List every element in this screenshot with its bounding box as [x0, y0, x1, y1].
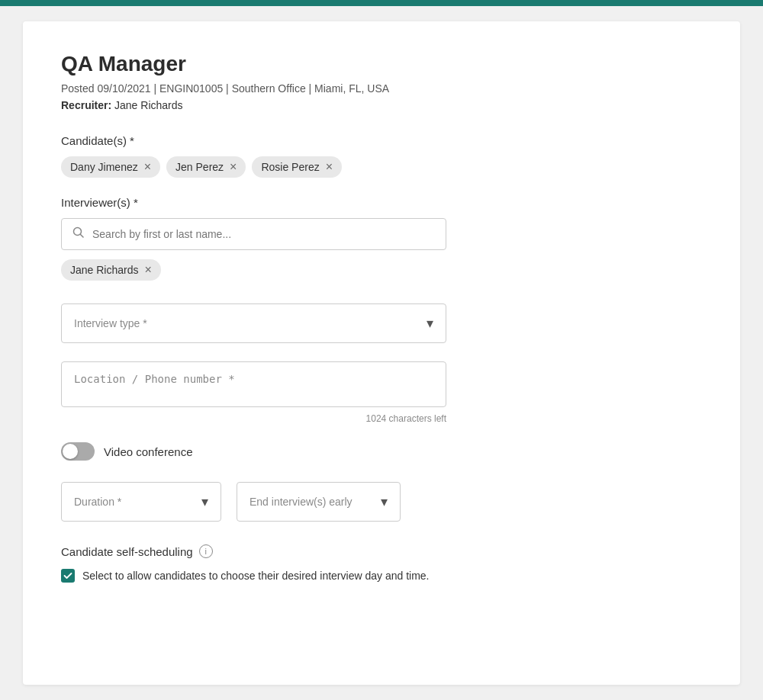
- video-conference-row: Video conference: [61, 442, 702, 461]
- char-count: 1024 characters left: [61, 413, 446, 424]
- job-recruiter: Recruiter: Jane Richards: [61, 99, 702, 111]
- interview-type-section: Interview type * ▾: [61, 303, 702, 343]
- video-conference-label: Video conference: [104, 445, 192, 458]
- self-scheduling-title-text: Candidate self-scheduling: [61, 545, 193, 558]
- duration-dropdown[interactable]: Duration * ▾: [61, 482, 221, 522]
- recruiter-label: Recruiter:: [61, 99, 111, 111]
- candidates-label: Candidate(s) *: [61, 134, 702, 147]
- interview-type-chevron-icon: ▾: [427, 315, 433, 332]
- recruiter-name: Jane Richards: [114, 99, 183, 111]
- interviewers-tags-row: Jane Richards ×: [61, 259, 702, 281]
- svg-line-1: [81, 235, 84, 238]
- remove-candidate-dany[interactable]: ×: [144, 161, 151, 173]
- duration-row: Duration * ▾ End interview(s) early ▾: [61, 482, 702, 522]
- candidate-name: Rosie Perez: [261, 161, 319, 173]
- candidate-name: Dany Jimenez: [70, 161, 138, 173]
- candidates-section: Candidate(s) * Dany Jimenez × Jen Perez …: [61, 134, 702, 178]
- remove-candidate-jen[interactable]: ×: [230, 161, 237, 173]
- location-section: 1024 characters left: [61, 361, 702, 424]
- interviewer-name: Jane Richards: [70, 264, 139, 276]
- interviewer-search-box[interactable]: [61, 218, 446, 250]
- job-title: QA Manager: [61, 52, 702, 76]
- remove-interviewer-jane[interactable]: ×: [145, 264, 152, 276]
- top-bar: [0, 0, 763, 6]
- self-scheduling-checkbox-label: Select to allow candidates to choose the…: [82, 570, 429, 582]
- content-card: QA Manager Posted 09/10/2021 | ENGIN0100…: [23, 21, 740, 685]
- end-interview-placeholder: End interview(s) early: [250, 496, 353, 508]
- candidate-tag-dany: Dany Jimenez ×: [61, 156, 160, 178]
- self-scheduling-checkbox[interactable]: [61, 569, 75, 583]
- job-meta: Posted 09/10/2021 | ENGIN01005 | Souther…: [61, 82, 702, 95]
- candidate-tag-jen: Jen Perez ×: [166, 156, 246, 178]
- self-scheduling-title-row: Candidate self-scheduling i: [61, 544, 702, 558]
- toggle-knob: [63, 444, 78, 459]
- interviewer-tag-jane: Jane Richards ×: [61, 259, 161, 281]
- duration-placeholder: Duration *: [74, 496, 121, 508]
- location-phone-input[interactable]: [61, 361, 446, 407]
- interview-type-placeholder: Interview type *: [74, 317, 147, 329]
- interviewer-search-input[interactable]: [92, 228, 435, 240]
- candidates-tags-row: Dany Jimenez × Jen Perez × Rosie Perez ×: [61, 156, 702, 178]
- end-interview-dropdown[interactable]: End interview(s) early ▾: [237, 482, 401, 522]
- candidate-tag-rosie: Rosie Perez ×: [252, 156, 342, 178]
- candidate-name: Jen Perez: [175, 161, 224, 173]
- video-conference-toggle[interactable]: [61, 442, 95, 461]
- end-interview-chevron-icon: ▾: [381, 493, 388, 510]
- interviewers-label: Interviewer(s) *: [61, 196, 702, 209]
- self-scheduling-checkbox-row: Select to allow candidates to choose the…: [61, 569, 702, 583]
- search-icon: [72, 226, 85, 242]
- interviewers-section: Interviewer(s) * Jane Richards ×: [61, 196, 702, 281]
- duration-chevron-icon: ▾: [201, 493, 208, 510]
- remove-candidate-rosie[interactable]: ×: [326, 161, 333, 173]
- self-scheduling-section: Candidate self-scheduling i Select to al…: [61, 544, 702, 583]
- interview-type-dropdown[interactable]: Interview type * ▾: [61, 303, 446, 343]
- self-scheduling-info-icon[interactable]: i: [199, 544, 213, 558]
